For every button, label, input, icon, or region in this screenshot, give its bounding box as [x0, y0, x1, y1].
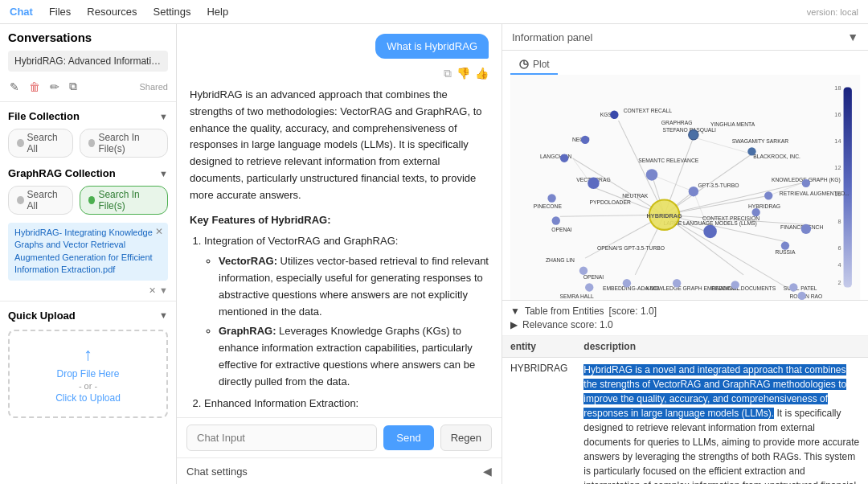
file-item-close-btn[interactable]: ✕: [155, 226, 163, 237]
table-section: ▼ Table from Entities [score: 1.0] ▶ Rel…: [502, 301, 868, 336]
file-collection-header[interactable]: File Collection ▼: [0, 105, 176, 125]
svg-point-75: [798, 292, 806, 300]
graph-svg: 18 16 14 12 10 8 6 4 2: [502, 75, 868, 300]
feature-1-title: Integration of VectorRAG and GraphRAG:: [204, 235, 398, 247]
svg-text:16: 16: [834, 111, 841, 118]
svg-point-90: [801, 224, 811, 234]
svg-text:SUNIL PATEL: SUNIL PATEL: [784, 285, 817, 291]
feature-1-item-1: VectorRAG: Utilizes vector-based retriev…: [219, 253, 489, 320]
table-row: HYBRIDRAG HybridRAG is a novel and integ…: [502, 358, 868, 485]
description-text: HybridRAG is a novel and integrated appr…: [583, 364, 859, 484]
edit-button[interactable]: ✎: [8, 79, 21, 95]
graphrag-bold: GraphRAG:: [219, 325, 276, 337]
nav-resources[interactable]: Resources: [87, 6, 137, 18]
graph-file-item[interactable]: HybridRAG- Integrating Knowledge Graphs …: [8, 223, 168, 281]
file-search-all-dot: [17, 139, 24, 147]
svg-point-82: [547, 194, 555, 202]
svg-point-84: [581, 136, 589, 144]
svg-rect-3: [510, 75, 861, 300]
upload-click-text[interactable]: Click to Upload: [23, 392, 154, 404]
svg-point-88: [703, 225, 717, 239]
svg-point-73: [781, 241, 789, 249]
plot-tab-label: Plot: [533, 59, 550, 70]
svg-text:OPENAI: OPENAI: [583, 274, 604, 280]
feature-1-items: VectorRAG: Utilizes vector-based retriev…: [204, 253, 489, 390]
upload-or-text: - or -: [23, 381, 154, 391]
user-bubble: What is HybridRAG: [375, 34, 489, 59]
bot-content: HybridRAG is an advanced approach that c…: [190, 87, 489, 417]
graph-search-in-btn[interactable]: Search In File(s): [80, 186, 168, 215]
thumbs-up-icon[interactable]: 👍: [475, 67, 489, 80]
copy-button[interactable]: ⧉: [68, 78, 79, 95]
key-features-title: Key Features of HybridRAG:: [190, 212, 489, 229]
nav-chat[interactable]: Chat: [10, 6, 33, 18]
nav-files[interactable]: Files: [49, 6, 71, 18]
info-panel-arrow[interactable]: ▼: [847, 31, 858, 43]
svg-text:PYPDOLOADER: PYPDOLOADER: [590, 199, 631, 205]
conversation-item[interactable]: HybridRAG: Advanced Information Retriev.…: [8, 51, 168, 72]
upload-drop-text: Drop File Here: [23, 368, 154, 379]
graph-visualization: 18 16 14 12 10 8 6 4 2: [502, 75, 868, 300]
nav-settings[interactable]: Settings: [153, 6, 190, 18]
svg-text:CONTEXT RECALL: CONTEXT RECALL: [624, 108, 672, 113]
plot-tab[interactable]: Plot: [510, 55, 558, 75]
regen-button[interactable]: Regen: [440, 425, 492, 451]
feature-2: Enhanced Information Extraction: By comb…: [204, 396, 489, 417]
send-button[interactable]: Send: [383, 425, 433, 450]
svg-text:14: 14: [834, 137, 841, 145]
table-meta[interactable]: ▼ Table from Entities [score: 1.0]: [510, 306, 860, 317]
table-arrow: ▼: [510, 306, 520, 317]
svg-text:SEMANTC RELEVANCE: SEMANTC RELEVANCE: [638, 158, 699, 163]
file-extra-arrow[interactable]: ▼: [159, 285, 168, 295]
table-score: [score: 1.0]: [609, 306, 657, 317]
chat-messages: What is HybridRAG ⧉ 👎 👍 HybridRAG is an …: [177, 24, 502, 417]
chat-settings-arrow: ◀: [483, 465, 492, 478]
info-panel-title: Information panel: [512, 31, 592, 43]
quick-upload-section: ↑ Drop File Here - or - Click to Upload: [0, 325, 176, 423]
graph-search-all-label: Search All: [27, 189, 64, 211]
thumbs-down-icon[interactable]: 👎: [457, 67, 470, 80]
svg-point-80: [579, 267, 588, 275]
file-extra-close[interactable]: ✕: [149, 285, 156, 296]
relevance-row[interactable]: ▶ Relevance score: 1.0: [510, 317, 860, 330]
info-panel: Information panel ▼ Plot: [502, 24, 868, 484]
svg-point-92: [751, 208, 760, 216]
svg-text:4: 4: [837, 261, 841, 269]
plot-icon: [518, 59, 530, 70]
rename-button[interactable]: ✏: [48, 79, 61, 95]
chat-input-row: Send Regen: [177, 417, 502, 457]
graphrag-collection-title: GraphRAG Collection: [8, 167, 116, 179]
file-search-in-btn[interactable]: Search In File(s): [80, 129, 168, 158]
copy-msg-icon[interactable]: ⧉: [444, 67, 452, 80]
graph-search-all-btn[interactable]: Search All: [8, 186, 73, 215]
plot-area: Plot 18 1: [502, 51, 868, 301]
file-collection-arrow: ▼: [159, 112, 168, 121]
svg-text:PINECONE: PINECONE: [534, 203, 563, 209]
description-cont: It is specifically designed to retrieve …: [583, 408, 859, 484]
col-entity: entity: [502, 336, 575, 358]
conv-actions-bar: ✎ 🗑 ✏ ⧉ Shared: [0, 75, 176, 98]
graph-search-in-dot: [88, 196, 96, 204]
quick-upload-header[interactable]: Quick Upload ▼: [0, 305, 176, 325]
svg-point-85: [610, 111, 618, 119]
svg-rect-4: [844, 88, 852, 288]
svg-text:12: 12: [834, 164, 841, 171]
table-header-row: entity description: [502, 336, 868, 358]
file-item-extra: ✕ ▼: [0, 284, 176, 297]
delete-button[interactable]: 🗑: [27, 79, 42, 95]
upload-dropzone[interactable]: ↑ Drop File Here - or - Click to Upload: [8, 330, 168, 418]
svg-point-71: [747, 147, 755, 155]
svg-text:GRAPHRAG: GRAPHRAG: [661, 120, 693, 125]
graphrag-collection-header[interactable]: GraphRAG Collection ▼: [0, 162, 176, 183]
graph-search-all-dot: [17, 196, 24, 204]
svg-text:HYBRIDRAG: HYBRIDRAG: [647, 212, 682, 219]
data-table-container: entity description HYBRIDRAG HybridRAG i…: [502, 336, 868, 484]
file-search-all-btn[interactable]: Search All: [8, 129, 73, 158]
svg-text:EMBEDDING-ADA-002: EMBEDDING-ADA-002: [603, 285, 660, 291]
top-navigation: Chat Files Resources Settings Help versi…: [0, 0, 868, 24]
svg-point-70: [689, 129, 698, 139]
nav-help[interactable]: Help: [207, 6, 228, 18]
svg-point-83: [560, 154, 568, 162]
chat-input[interactable]: [186, 425, 377, 451]
chat-settings-bar[interactable]: Chat settings ◀: [177, 457, 502, 484]
